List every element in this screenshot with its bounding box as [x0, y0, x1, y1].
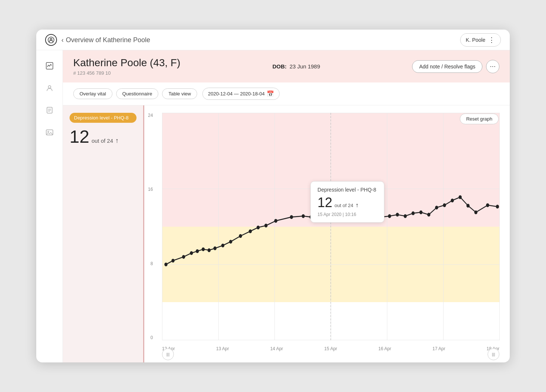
svg-rect-8 — [46, 130, 53, 135]
svg-point-45 — [459, 195, 462, 199]
chart-section: Overlay vital Questionnaire Table view 2… — [63, 82, 510, 362]
patient-header: Katherine Poole (43, F) # 123 456 789 10… — [63, 50, 510, 82]
table-view-button[interactable]: Table view — [162, 88, 197, 99]
x-label-17apr: 17 Apr — [432, 346, 445, 351]
reset-graph-button[interactable]: Reset graph — [460, 114, 499, 124]
svg-point-26 — [302, 214, 305, 218]
scroll-left-handle[interactable]: ||| — [162, 348, 174, 360]
tooltip-unit: out of 24 — [334, 203, 353, 208]
calendar-icon: 📅 — [267, 90, 274, 97]
chart-body: Depression level - PHQ-8 12 out of 24 ↑ … — [63, 105, 510, 362]
patient-name: Katherine Poole (43, F) — [73, 57, 181, 69]
scroll-left-icon: ||| — [166, 352, 170, 356]
questionnaire-button[interactable]: Questionnaire — [116, 88, 159, 99]
tooltip-value-row: 12 out of 24 ↑ — [317, 195, 377, 210]
svg-point-49 — [496, 205, 499, 209]
svg-point-15 — [202, 247, 205, 251]
svg-point-47 — [474, 210, 477, 214]
chart-container: Reset graph — [144, 105, 510, 362]
svg-point-13 — [190, 251, 193, 255]
x-label-13apr: 13 Apr — [216, 346, 229, 351]
patient-dob: DOB: 23 Jun 1989 — [272, 63, 320, 70]
svg-point-16 — [208, 248, 210, 252]
user-button[interactable]: K. Poole ⋮ — [460, 33, 501, 47]
scroll-right-handle[interactable]: ||| — [488, 348, 499, 360]
svg-point-38 — [404, 214, 407, 218]
dob-label: DOB: — [272, 63, 286, 70]
back-label: Overview of Katherine Poole — [66, 37, 150, 43]
sidebar-item-profile[interactable] — [43, 81, 56, 95]
user-name: K. Poole — [466, 37, 485, 43]
patient-actions: Add note / Resolve flags ⋯ — [412, 60, 499, 73]
scroll-right-icon: ||| — [492, 352, 495, 356]
y-label-0: 0 — [151, 335, 153, 340]
svg-point-12 — [182, 255, 185, 258]
svg-point-24 — [274, 219, 277, 223]
y-label-24: 24 — [148, 113, 153, 118]
tooltip-value: 12 — [317, 195, 332, 210]
app-container: ‹ Overview of Katherine Poole K. Poole ⋮ — [36, 30, 510, 362]
main-content: Katherine Poole (43, F) # 123 456 789 10… — [36, 50, 510, 362]
chart-toolbar: Overlay vital Questionnaire Table view 2… — [63, 82, 510, 105]
app-logo — [45, 34, 57, 46]
overlay-vital-button[interactable]: Overlay vital — [73, 88, 112, 99]
top-bar-left: ‹ Overview of Katherine Poole — [45, 34, 150, 46]
y-label-16: 16 — [148, 187, 153, 192]
metric-value: 12 — [70, 128, 89, 146]
svg-point-20 — [239, 234, 242, 238]
metric-value-row: 12 out of 24 ↑ — [70, 128, 136, 146]
svg-point-17 — [213, 246, 216, 250]
svg-point-18 — [221, 244, 224, 247]
svg-point-19 — [229, 240, 232, 243]
svg-point-11 — [171, 259, 174, 263]
top-bar: ‹ Overview of Katherine Poole K. Poole ⋮ — [36, 30, 510, 50]
svg-point-43 — [443, 203, 446, 207]
add-note-button[interactable]: Add note / Resolve flags — [412, 60, 482, 73]
svg-point-48 — [486, 203, 489, 207]
sidebar-item-gallery[interactable] — [43, 126, 56, 139]
chart-tooltip: Depression level - PHQ-8 12 out of 24 ↑ … — [310, 181, 384, 223]
more-options-button[interactable]: ⋯ — [486, 60, 499, 73]
x-axis: 12 Apr 13 Apr 14 Apr 15 Apr 16 Apr 17 Ap… — [162, 346, 499, 351]
metric-panel: Depression level - PHQ-8 12 out of 24 ↑ — [63, 105, 144, 362]
grid-v-line-6 — [499, 113, 500, 340]
date-range-label: 2020-12-04 — 2020-18-04 — [208, 91, 264, 97]
back-button[interactable]: ‹ Overview of Katherine Poole — [61, 37, 150, 43]
date-range-button[interactable]: 2020-12-04 — 2020-18-04 📅 — [202, 88, 280, 100]
svg-point-44 — [451, 199, 454, 202]
svg-point-46 — [466, 204, 469, 207]
svg-point-37 — [396, 213, 399, 216]
svg-point-10 — [164, 263, 167, 266]
sidebar — [36, 50, 63, 362]
svg-point-39 — [411, 212, 414, 215]
svg-point-21 — [249, 229, 252, 233]
sidebar-item-vitals[interactable] — [43, 59, 56, 72]
metric-badge: Depression level - PHQ-8 — [70, 113, 136, 123]
svg-point-41 — [427, 213, 430, 216]
x-label-15apr: 15 Apr — [324, 346, 337, 351]
chart-area: Depression level - PHQ-8 12 out of 24 ↑ … — [162, 113, 499, 340]
svg-point-25 — [290, 215, 293, 219]
svg-point-3 — [48, 86, 51, 88]
chart-svg — [162, 113, 499, 340]
content-area: Katherine Poole (43, F) # 123 456 789 10… — [63, 50, 510, 362]
svg-point-14 — [196, 249, 199, 253]
tooltip-date: 15 Apr 2020 | 10:16 — [317, 212, 377, 217]
patient-info: Katherine Poole (43, F) # 123 456 789 10 — [73, 57, 181, 76]
x-label-14apr: 14 Apr — [270, 346, 283, 351]
tooltip-trend: ↑ — [355, 202, 358, 209]
svg-point-1 — [50, 38, 52, 40]
svg-point-42 — [435, 206, 438, 209]
svg-point-23 — [264, 224, 267, 227]
y-axis: 24 16 8 0 — [148, 113, 153, 340]
svg-point-9 — [48, 131, 49, 132]
sidebar-item-notes[interactable] — [43, 104, 56, 117]
svg-point-40 — [419, 210, 422, 214]
back-icon: ‹ — [61, 37, 64, 43]
user-menu-icon: ⋮ — [488, 36, 495, 44]
metric-trend: ↑ — [115, 137, 119, 145]
x-label-16apr: 16 Apr — [378, 346, 391, 351]
tooltip-title: Depression level - PHQ-8 — [317, 187, 377, 193]
metric-unit: out of 24 — [91, 138, 113, 144]
y-label-8: 8 — [151, 261, 153, 266]
